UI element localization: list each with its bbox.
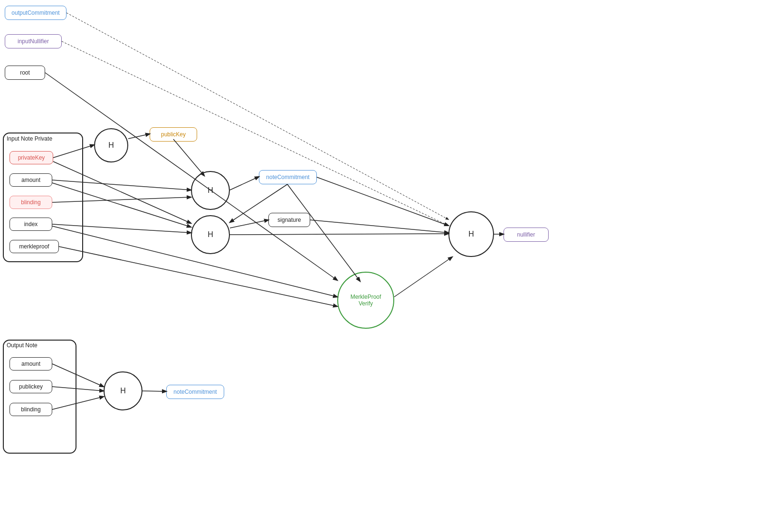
svg-line-7 [52,183,191,227]
svg-line-16 [52,226,337,297]
diagram: Input Note Private Output Note outputCom… [0,0,760,532]
svg-line-21 [52,387,104,391]
svg-line-17 [59,247,337,306]
svg-line-11 [310,220,448,233]
svg-line-25 [62,41,448,226]
svg-line-24 [66,13,448,219]
svg-line-23 [142,391,166,391]
svg-line-12 [230,234,448,235]
svg-line-5 [230,177,259,190]
svg-line-10 [317,177,448,226]
svg-line-0 [53,145,94,158]
arrows-svg [0,0,760,532]
svg-line-22 [52,397,104,409]
svg-line-4 [52,197,191,202]
svg-line-20 [52,364,104,387]
svg-line-15 [287,184,360,281]
svg-line-2 [173,139,204,176]
svg-line-9 [230,184,287,222]
svg-line-19 [394,257,452,297]
svg-line-6 [53,162,191,223]
svg-line-1 [128,134,150,139]
svg-line-18 [45,73,337,280]
svg-line-3 [52,180,191,190]
